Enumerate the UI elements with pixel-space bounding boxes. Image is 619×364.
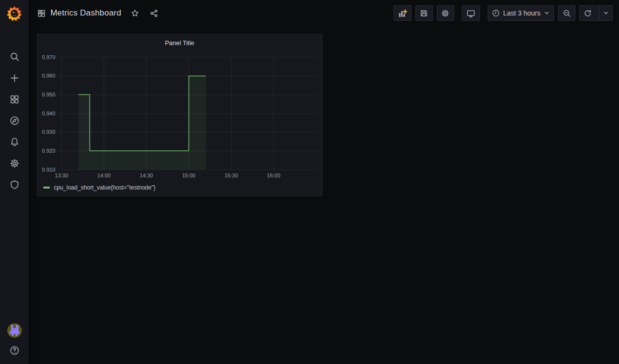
svg-text:0.920: 0.920 bbox=[42, 148, 55, 154]
compass-icon bbox=[10, 116, 19, 126]
apps-icon bbox=[37, 9, 46, 17]
sidebar-nav bbox=[0, 46, 29, 195]
cycle-view-mode-button[interactable] bbox=[462, 5, 480, 21]
save-dashboard-button[interactable] bbox=[415, 5, 433, 21]
gear-icon bbox=[10, 158, 19, 168]
refresh-dashboard-button[interactable] bbox=[580, 6, 596, 20]
refresh-icon bbox=[584, 9, 592, 17]
sidebar-bottom bbox=[0, 323, 29, 364]
save-icon bbox=[420, 9, 428, 17]
favorite-button[interactable] bbox=[128, 9, 142, 17]
svg-text:0.940: 0.940 bbox=[42, 111, 55, 116]
sidebar-item-alerting[interactable] bbox=[0, 131, 29, 153]
svg-text:0.970: 0.970 bbox=[42, 54, 55, 60]
clock-icon bbox=[492, 9, 500, 17]
svg-text:15:30: 15:30 bbox=[224, 173, 238, 178]
add-panel-icon bbox=[398, 9, 407, 18]
legend-series-label[interactable]: cpu_load_short_value{host="testnode"} bbox=[54, 184, 156, 191]
breadcrumb: Metrics Dashboard bbox=[37, 8, 161, 18]
sidebar-item-dashboards[interactable] bbox=[0, 89, 29, 110]
search-icon bbox=[10, 52, 19, 62]
svg-text:0.910: 0.910 bbox=[42, 167, 55, 173]
svg-text:0.950: 0.950 bbox=[42, 92, 55, 97]
svg-text:14:00: 14:00 bbox=[97, 173, 111, 178]
monitor-icon bbox=[466, 9, 476, 18]
time-range-picker[interactable]: Last 3 hours bbox=[488, 5, 554, 21]
gear-icon bbox=[441, 9, 449, 17]
sidebar-item-create[interactable] bbox=[0, 67, 29, 89]
bell-icon bbox=[10, 137, 19, 147]
svg-text:0.960: 0.960 bbox=[42, 73, 55, 79]
plus-icon bbox=[10, 73, 19, 83]
sidebar-item-configuration[interactable] bbox=[0, 153, 29, 174]
dashboard-apps-icon[interactable] bbox=[37, 9, 46, 17]
header-actions: Last 3 hours bbox=[390, 5, 613, 21]
add-panel-button[interactable] bbox=[394, 5, 412, 21]
svg-text:15:00: 15:00 bbox=[182, 173, 196, 178]
avatar-image bbox=[7, 323, 22, 338]
refresh-button-group bbox=[579, 5, 613, 21]
time-series-chart[interactable]: 0.9700.9600.9500.9400.9300.9200.91013:30… bbox=[41, 50, 319, 182]
legend-series-swatch bbox=[43, 187, 50, 189]
grafana-flame-icon bbox=[6, 5, 23, 22]
svg-text:16:00: 16:00 bbox=[267, 173, 281, 178]
time-range-label: Last 3 hours bbox=[503, 9, 540, 17]
sidebar-item-server-admin[interactable] bbox=[0, 174, 29, 195]
star-icon bbox=[131, 9, 139, 17]
svg-text:0.930: 0.930 bbox=[42, 129, 55, 135]
chevron-down-icon bbox=[603, 10, 609, 16]
sidebar-item-search[interactable] bbox=[0, 46, 29, 67]
sidebar bbox=[0, 0, 29, 364]
sidebar-item-explore[interactable] bbox=[0, 110, 29, 131]
user-avatar[interactable] bbox=[7, 323, 22, 338]
dashboard-canvas: Panel Title 0.9700.9600.9500.9400.9300.9… bbox=[29, 26, 619, 364]
question-icon bbox=[10, 346, 19, 355]
zoom-out-icon bbox=[563, 9, 571, 17]
shield-icon bbox=[10, 180, 19, 190]
panel-title[interactable]: Panel Title bbox=[37, 36, 322, 49]
refresh-interval-dropdown[interactable] bbox=[599, 6, 612, 20]
panel: Panel Title 0.9700.9600.9500.9400.9300.9… bbox=[37, 34, 322, 196]
grafana-logo[interactable] bbox=[0, 0, 29, 27]
sidebar-item-help[interactable] bbox=[0, 345, 29, 356]
chevron-down-icon bbox=[544, 10, 550, 16]
share-icon bbox=[150, 9, 158, 17]
grid-icon bbox=[10, 95, 19, 104]
chart-legend: cpu_load_short_value{host="testnode"} bbox=[43, 183, 156, 192]
grafana-app: Metrics Dashboard bbox=[0, 0, 619, 364]
share-button[interactable] bbox=[147, 9, 161, 17]
dashboard-settings-button[interactable] bbox=[437, 5, 454, 21]
svg-text:14:30: 14:30 bbox=[140, 173, 153, 178]
svg-text:13:30: 13:30 bbox=[55, 173, 68, 178]
main-column: Metrics Dashboard bbox=[29, 0, 619, 364]
zoom-out-time-button[interactable] bbox=[558, 5, 575, 21]
dashboard-header: Metrics Dashboard bbox=[29, 0, 619, 26]
page-title[interactable]: Metrics Dashboard bbox=[50, 8, 121, 18]
